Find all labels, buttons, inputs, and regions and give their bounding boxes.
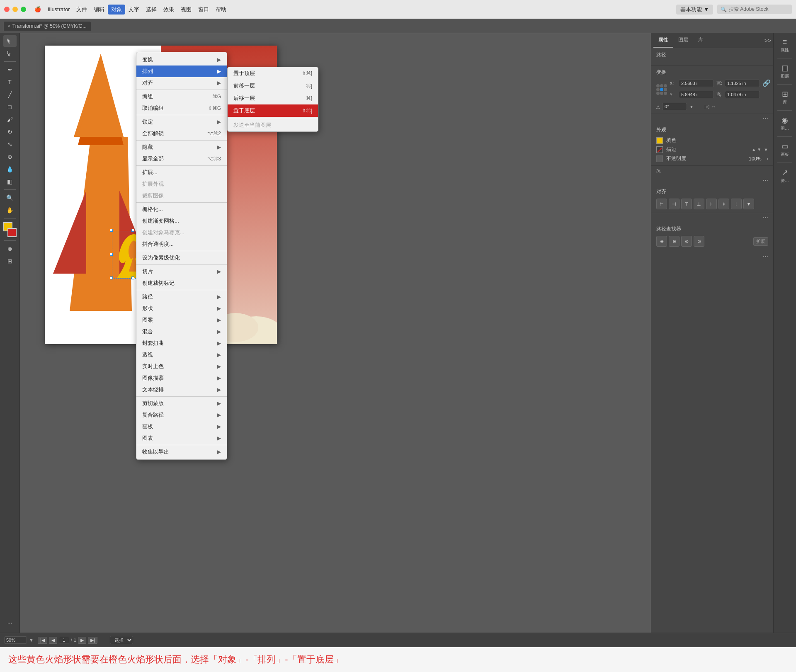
menu-object[interactable]: 对象 bbox=[108, 5, 125, 15]
stroke-swatch[interactable] bbox=[656, 146, 663, 153]
appearance-more-menu[interactable]: ··· bbox=[651, 176, 773, 185]
menu-item-expand[interactable]: 扩展... bbox=[136, 167, 227, 178]
menu-item-hide[interactable]: 隐藏 ▶ bbox=[136, 141, 227, 153]
y-input[interactable] bbox=[679, 91, 714, 98]
menu-item-live-paint[interactable]: 实时上色 ▶ bbox=[136, 361, 227, 372]
hand-tool[interactable]: ✋ bbox=[3, 204, 17, 216]
x-input[interactable] bbox=[679, 80, 714, 87]
angle-input[interactable] bbox=[662, 103, 687, 110]
menu-item-envelope-distort[interactable]: 封套扭曲 ▶ bbox=[136, 337, 227, 349]
menu-window[interactable]: 窗口 bbox=[195, 5, 212, 15]
artboard-number[interactable] bbox=[59, 637, 69, 643]
tab-layers[interactable]: 图层 bbox=[673, 33, 693, 48]
stroke-up-arrow[interactable]: ▲ bbox=[752, 147, 756, 152]
arrange-send-to-current-layer[interactable]: 发送至当前图层 bbox=[228, 119, 318, 131]
menu-item-slice[interactable]: 切片 ▶ bbox=[136, 266, 227, 277]
menu-item-expand-appearance[interactable]: 扩展外观 bbox=[136, 178, 227, 190]
menu-item-clipping-mask[interactable]: 剪切蒙版 ▶ bbox=[136, 398, 227, 409]
zoom-dropdown[interactable]: ▼ bbox=[29, 638, 34, 643]
menu-item-crop-image[interactable]: 裁剪图像 bbox=[136, 190, 227, 201]
align-top[interactable]: ⊥ bbox=[694, 199, 704, 209]
menu-item-create-trim-marks[interactable]: 创建裁切标记 bbox=[136, 277, 227, 289]
angle-dropdown[interactable]: ▼ bbox=[689, 104, 694, 109]
blend-tool[interactable]: ⊕ bbox=[3, 151, 17, 163]
symbol-sprayer-tool[interactable]: ⊗ bbox=[3, 243, 17, 255]
menu-item-path[interactable]: 路径 ▶ bbox=[136, 291, 227, 303]
menu-item-ungroup[interactable]: 取消编组 ⇧⌘G bbox=[136, 102, 227, 114]
pf-expand-button[interactable]: 扩展 bbox=[753, 237, 768, 246]
close-button[interactable] bbox=[4, 7, 10, 12]
artboard-tool[interactable]: ⊞ bbox=[3, 255, 17, 267]
transform-reference-point[interactable] bbox=[656, 84, 667, 96]
tab-library[interactable]: 库 bbox=[693, 33, 708, 48]
zoom-tool[interactable]: 🔍 bbox=[3, 192, 17, 204]
far-right-image[interactable]: ◉ 图… bbox=[774, 113, 795, 134]
arrange-submenu[interactable]: 置于顶层 ⇧⌘] 前移一层 ⌘] 后移一层 ⌘[ 置于底层 ⇧⌘[ bbox=[227, 67, 318, 132]
menu-item-pattern[interactable]: 图案 ▶ bbox=[136, 314, 227, 326]
menu-item-pixel-perfect[interactable]: 设为像素级优化 bbox=[136, 252, 227, 264]
far-right-layers[interactable]: ◫ 图层 bbox=[774, 61, 795, 82]
zoom-control[interactable]: ▼ bbox=[4, 636, 34, 644]
menu-help[interactable]: 帮助 bbox=[212, 5, 230, 15]
nav-prev[interactable]: ◀ bbox=[49, 637, 57, 644]
direct-selection-tool[interactable] bbox=[3, 48, 17, 59]
apple-menu[interactable]: 🍎 bbox=[31, 5, 44, 14]
nav-next[interactable]: ▶ bbox=[78, 637, 86, 644]
pen-tool[interactable]: ✒ bbox=[3, 64, 17, 75]
gradient-tool[interactable]: ◧ bbox=[3, 176, 17, 187]
extra-tools[interactable]: ··· bbox=[3, 617, 17, 628]
arrange-bring-to-front[interactable]: 置于顶层 ⇧⌘] bbox=[228, 67, 318, 80]
selection-tool[interactable] bbox=[3, 35, 17, 47]
menu-select[interactable]: 选择 bbox=[143, 5, 160, 15]
pf-exclude[interactable]: ⊘ bbox=[694, 236, 704, 247]
brush-tool[interactable]: 🖌 bbox=[3, 114, 17, 125]
arrange-send-to-back[interactable]: 置于底层 ⇧⌘[ bbox=[228, 104, 318, 117]
pf-intersect[interactable]: ⊗ bbox=[681, 236, 692, 247]
distribute-h[interactable]: ⁝ bbox=[731, 199, 742, 209]
menu-item-align[interactable]: 对齐 ▶ bbox=[136, 77, 227, 89]
opacity-more[interactable]: › bbox=[767, 155, 768, 162]
menu-text[interactable]: 文字 bbox=[125, 5, 143, 15]
object-menu[interactable]: 变换 ▶ 排列 ▶ 对齐 ▶ 编组 ⌘G bbox=[136, 52, 227, 460]
pf-minus-front[interactable]: ⊖ bbox=[669, 236, 680, 247]
line-tool[interactable]: ╱ bbox=[3, 89, 17, 100]
app-menu-illustrator[interactable]: Illustrator bbox=[44, 5, 73, 14]
document-tab[interactable]: × Transform.ai* @ 50% (CMYK/G... bbox=[3, 21, 91, 31]
menu-item-rasterize[interactable]: 栅格化... bbox=[136, 204, 227, 215]
align-bottom[interactable]: ⊧ bbox=[718, 199, 729, 209]
far-right-artboard[interactable]: ▭ 画板 bbox=[774, 139, 795, 160]
height-input[interactable] bbox=[725, 91, 760, 98]
eyedropper-tool[interactable]: 💧 bbox=[3, 163, 17, 175]
align-more-menu[interactable]: ··· bbox=[651, 213, 773, 222]
fill-swatch[interactable] bbox=[656, 137, 663, 144]
menu-item-unlock-all[interactable]: 全部解锁 ⌥⌘2 bbox=[136, 128, 227, 139]
align-left[interactable]: ⊢ bbox=[656, 199, 667, 209]
type-tool[interactable]: T bbox=[3, 76, 17, 88]
maximize-button[interactable] bbox=[21, 7, 26, 12]
arrange-bring-forward[interactable]: 前移一层 ⌘] bbox=[228, 80, 318, 92]
menu-item-transform[interactable]: 变换 ▶ bbox=[136, 54, 227, 66]
menu-file[interactable]: 文件 bbox=[73, 5, 90, 15]
menu-view[interactable]: 视图 bbox=[177, 5, 195, 15]
menu-item-arrange[interactable]: 排列 ▶ bbox=[136, 66, 227, 77]
menu-item-mosaic[interactable]: 创建对象马赛克... bbox=[136, 227, 227, 238]
menu-item-flatten-transparency[interactable]: 拼合透明度... bbox=[136, 238, 227, 250]
align-distribute-dropdown[interactable]: ▼ bbox=[743, 199, 754, 209]
rect-tool[interactable]: □ bbox=[3, 101, 17, 113]
tab-close-button[interactable]: × bbox=[8, 24, 10, 28]
transform-more-menu[interactable]: ··· bbox=[651, 114, 773, 123]
arrange-send-backward[interactable]: 后移一层 ⌘[ bbox=[228, 92, 318, 104]
color-controls[interactable] bbox=[2, 222, 17, 237]
align-center-v[interactable]: ⊦ bbox=[706, 199, 717, 209]
menu-item-show-all[interactable]: 显示全部 ⌥⌘3 bbox=[136, 153, 227, 165]
menu-item-graph[interactable]: 图表 ▶ bbox=[136, 432, 227, 444]
tab-properties[interactable]: 属性 bbox=[653, 33, 673, 48]
align-right[interactable]: ⊤ bbox=[681, 199, 692, 209]
scale-tool[interactable]: ⤡ bbox=[3, 138, 17, 150]
pathfinder-more-menu[interactable]: ··· bbox=[651, 252, 773, 261]
menu-item-artboards[interactable]: 画板 ▶ bbox=[136, 421, 227, 432]
menu-item-shape[interactable]: 形状 ▶ bbox=[136, 303, 227, 314]
link-proportions-icon[interactable]: 🔗 bbox=[762, 79, 771, 87]
minimize-button[interactable] bbox=[12, 7, 18, 12]
menu-edit[interactable]: 编辑 bbox=[90, 5, 108, 15]
